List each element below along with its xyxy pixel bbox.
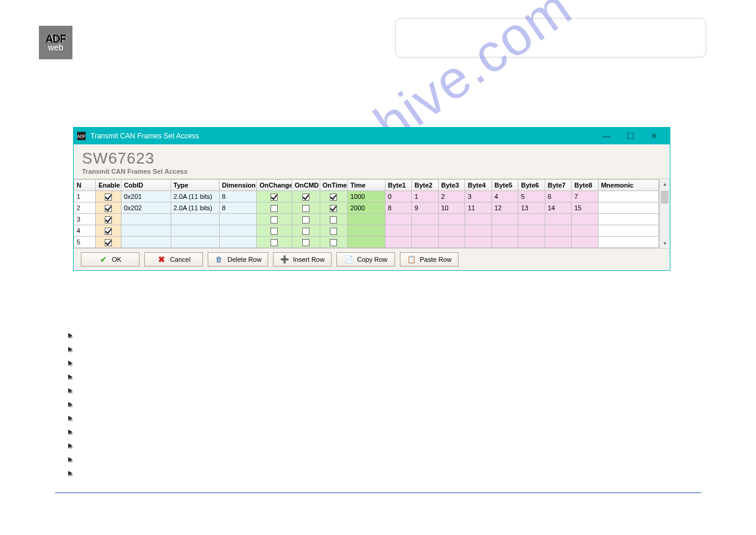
table-cell[interactable] xyxy=(257,225,292,237)
table-cell[interactable]: 3 xyxy=(74,214,96,225)
table-cell[interactable] xyxy=(385,237,412,248)
table-cell[interactable] xyxy=(292,225,320,237)
table-cell[interactable]: 3 xyxy=(465,191,492,202)
checkbox[interactable] xyxy=(105,194,112,201)
col-header[interactable]: N xyxy=(74,180,96,191)
checkbox[interactable] xyxy=(330,228,337,235)
table-cell[interactable] xyxy=(545,214,572,225)
table-cell[interactable]: 5 xyxy=(518,191,545,202)
vertical-scrollbar[interactable]: ▲ ▼ xyxy=(659,179,670,248)
table-cell[interactable]: 10 xyxy=(438,202,465,214)
table-cell[interactable]: 1 xyxy=(412,191,439,202)
checkbox[interactable] xyxy=(271,194,278,201)
table-cell[interactable] xyxy=(491,237,518,248)
col-header[interactable]: Byte5 xyxy=(491,180,518,191)
table-cell[interactable] xyxy=(438,225,465,237)
table-cell[interactable] xyxy=(320,225,348,237)
table-cell[interactable] xyxy=(121,214,171,225)
checkbox[interactable] xyxy=(302,228,309,235)
table-cell[interactable]: 7 xyxy=(572,191,599,202)
table-cell[interactable] xyxy=(385,214,412,225)
table-cell[interactable] xyxy=(598,214,658,225)
col-header[interactable]: Time xyxy=(348,180,385,191)
table-cell[interactable]: 5 xyxy=(74,237,96,248)
table-cell[interactable] xyxy=(438,237,465,248)
close-button[interactable]: ✕ xyxy=(642,128,666,144)
table-cell[interactable] xyxy=(412,225,439,237)
table-cell[interactable]: 8 xyxy=(219,191,257,202)
checkbox[interactable] xyxy=(105,228,112,235)
minimize-button[interactable]: — xyxy=(594,128,618,144)
table-cell[interactable]: 2 xyxy=(438,191,465,202)
checkbox[interactable] xyxy=(271,228,278,235)
table-row[interactable]: 3 xyxy=(74,214,659,225)
col-header[interactable]: Enable xyxy=(96,180,121,191)
checkbox[interactable] xyxy=(105,239,112,246)
paste-row-button[interactable]: 📋 Paste Row xyxy=(400,252,459,267)
table-cell[interactable]: 8 xyxy=(219,202,257,214)
table-cell[interactable] xyxy=(257,214,292,225)
table-cell[interactable] xyxy=(171,214,219,225)
table-cell[interactable] xyxy=(257,202,292,214)
checkbox[interactable] xyxy=(105,205,112,212)
table-cell[interactable] xyxy=(96,225,121,237)
table-cell[interactable] xyxy=(257,191,292,202)
table-cell[interactable] xyxy=(545,237,572,248)
delete-row-button[interactable]: 🗑 Delete Row xyxy=(208,252,268,267)
table-cell[interactable]: 9 xyxy=(412,202,439,214)
table-cell[interactable] xyxy=(572,237,599,248)
checkbox[interactable] xyxy=(302,194,309,201)
table-cell[interactable]: 11 xyxy=(465,202,492,214)
col-header[interactable]: Byte1 xyxy=(385,180,412,191)
table-cell[interactable] xyxy=(257,237,292,248)
col-header[interactable]: Byte6 xyxy=(518,180,545,191)
table-cell[interactable]: 0x201 xyxy=(121,191,171,202)
table-cell[interactable]: 1000 xyxy=(348,191,385,202)
table-cell[interactable] xyxy=(219,225,257,237)
table-cell[interactable] xyxy=(121,237,171,248)
table-cell[interactable]: 13 xyxy=(518,202,545,214)
ok-button[interactable]: ✔ OK xyxy=(81,252,139,267)
col-header[interactable]: OnChange xyxy=(257,180,292,191)
col-header[interactable]: CobID xyxy=(121,180,171,191)
table-cell[interactable]: 2 xyxy=(74,202,96,214)
col-header[interactable]: Type xyxy=(171,180,219,191)
table-cell[interactable] xyxy=(96,191,121,202)
col-header[interactable]: Byte8 xyxy=(572,180,599,191)
maximize-button[interactable]: ☐ xyxy=(618,128,642,144)
table-cell[interactable]: 1 xyxy=(74,191,96,202)
copy-row-button[interactable]: 📄 Copy Row xyxy=(336,252,395,267)
table-row[interactable]: 10x2012.0A (11 bits)8100001234567 xyxy=(74,191,659,202)
table-cell[interactable]: 14 xyxy=(545,202,572,214)
table-cell[interactable] xyxy=(598,225,658,237)
table-cell[interactable]: 6 xyxy=(545,191,572,202)
table-cell[interactable] xyxy=(171,237,219,248)
checkbox[interactable] xyxy=(302,216,309,223)
scroll-up-icon[interactable]: ▲ xyxy=(660,179,670,189)
table-cell[interactable]: 4 xyxy=(74,225,96,237)
table-cell[interactable] xyxy=(121,225,171,237)
checkbox[interactable] xyxy=(330,216,337,223)
table-cell[interactable] xyxy=(412,214,439,225)
table-cell[interactable] xyxy=(292,214,320,225)
checkbox[interactable] xyxy=(271,216,278,223)
table-cell[interactable] xyxy=(96,214,121,225)
checkbox[interactable] xyxy=(330,205,337,212)
table-cell[interactable] xyxy=(545,225,572,237)
table-cell[interactable] xyxy=(572,225,599,237)
checkbox[interactable] xyxy=(302,239,309,246)
table-cell[interactable]: 12 xyxy=(491,202,518,214)
table-cell[interactable] xyxy=(292,202,320,214)
checkbox[interactable] xyxy=(330,194,337,201)
cancel-button[interactable]: ✖ Cancel xyxy=(144,252,203,267)
col-header[interactable]: Byte2 xyxy=(412,180,439,191)
table-cell[interactable]: 4 xyxy=(491,191,518,202)
checkbox[interactable] xyxy=(271,205,278,212)
table-cell[interactable] xyxy=(598,191,658,202)
table-cell[interactable]: 8 xyxy=(385,202,412,214)
table-row[interactable]: 20x2022.0A (11 bits)8200089101112131415 xyxy=(74,202,659,214)
col-header[interactable]: Byte3 xyxy=(438,180,465,191)
table-cell[interactable] xyxy=(438,214,465,225)
table-cell[interactable] xyxy=(598,202,658,214)
table-cell[interactable] xyxy=(598,237,658,248)
